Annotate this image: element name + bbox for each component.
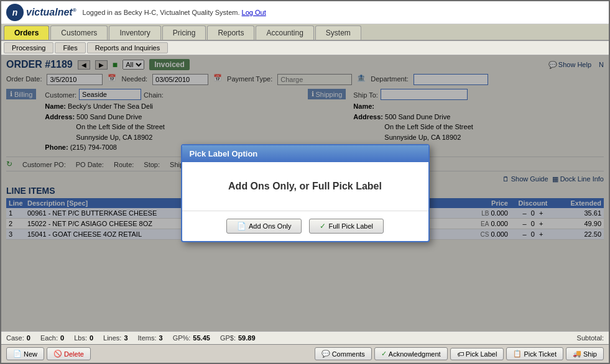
nav-tab-accounting[interactable]: Accounting bbox=[256, 25, 313, 40]
pick-label-button[interactable]: 🏷 Pick Label bbox=[450, 348, 504, 360]
nav-bar: Orders Customers Inventory Pricing Repor… bbox=[1, 24, 609, 41]
add-ons-only-button[interactable]: 📄 Add Ons Only bbox=[226, 219, 302, 234]
new-icon: 📄 bbox=[13, 350, 22, 358]
modal-body: Add Ons Only, or Full Pick Label bbox=[182, 162, 428, 211]
nav-tab-orders[interactable]: Orders bbox=[4, 25, 49, 40]
ship-button[interactable]: 🚚 Ship bbox=[566, 347, 604, 360]
acknowledgment-icon: ✓ bbox=[381, 350, 387, 358]
pick-label-modal: Pick Label Option Add Ons Only, or Full … bbox=[181, 144, 430, 242]
delete-icon: 🚫 bbox=[53, 350, 62, 358]
nav-tab-reports[interactable]: Reports bbox=[207, 25, 254, 40]
modal-footer: 📄 Add Ons Only ✓ Full Pick Label bbox=[182, 211, 428, 241]
logo-brand: victualnet® bbox=[26, 7, 76, 18]
action-bar: 📄 New 🚫 Delete 💬 Comments ✓ Acknowledgme… bbox=[1, 344, 609, 363]
comments-icon: 💬 bbox=[321, 350, 330, 358]
main-window: n victualnet® Logged in as Becky H-C, Vi… bbox=[0, 0, 610, 364]
lines-stat: Lines: 3 bbox=[103, 334, 127, 342]
subtotal-stat: Subtotal: bbox=[577, 334, 604, 342]
nav-tab-pricing[interactable]: Pricing bbox=[162, 25, 206, 40]
modal-body-text: Add Ons Only, or Full Pick Label bbox=[228, 181, 382, 191]
main-content: ORDER #1189 ◀ ▶ ■ All Invoiced 💬 Show He… bbox=[1, 55, 609, 331]
sub-tabs: Processing Files Reports and Inquiries bbox=[1, 41, 609, 55]
full-pick-label-button[interactable]: ✓ Full Pick Label bbox=[309, 219, 384, 234]
header-info: Logged in as Becky H-C, Victualnet Quali… bbox=[83, 9, 266, 16]
full-check-icon: ✓ bbox=[320, 222, 326, 230]
nav-tab-inventory[interactable]: Inventory bbox=[109, 25, 160, 40]
modal-header: Pick Label Option bbox=[182, 145, 428, 162]
each-stat: Each: 0 bbox=[40, 334, 64, 342]
items-stat: Items: 3 bbox=[138, 334, 163, 342]
modal-overlay: Pick Label Option Add Ons Only, or Full … bbox=[1, 55, 609, 331]
logo: n victualnet® bbox=[6, 4, 76, 21]
sub-tab-reports-inquiries[interactable]: Reports and Inquiries bbox=[87, 42, 169, 53]
logo-icon: n bbox=[6, 4, 24, 21]
lbs-stat: Lbs: 0 bbox=[74, 334, 93, 342]
app-header: n victualnet® Logged in as Becky H-C, Vi… bbox=[1, 1, 609, 24]
gp-dollar-stat: GP$: 59.89 bbox=[220, 334, 256, 342]
nav-tab-customers[interactable]: Customers bbox=[50, 25, 108, 40]
acknowledgment-button[interactable]: ✓ Acknowledgment bbox=[374, 347, 448, 360]
pick-ticket-icon: 📋 bbox=[513, 350, 522, 358]
pick-label-icon: 🏷 bbox=[457, 350, 464, 358]
footer-bar: Case: 0 Each: 0 Lbs: 0 Lines: 3 Items: 3… bbox=[1, 331, 609, 344]
delete-button[interactable]: 🚫 Delete bbox=[47, 347, 91, 360]
new-button[interactable]: 📄 New bbox=[6, 347, 44, 360]
nav-tab-system[interactable]: System bbox=[315, 25, 361, 40]
gp-pct-stat: GP%: 55.45 bbox=[173, 334, 210, 342]
sub-tab-processing[interactable]: Processing bbox=[4, 42, 53, 53]
sub-tab-files[interactable]: Files bbox=[55, 42, 85, 53]
case-stat: Case: 0 bbox=[6, 334, 30, 342]
pick-ticket-button[interactable]: 📋 Pick Ticket bbox=[506, 347, 563, 360]
add-ons-icon: 📄 bbox=[237, 222, 246, 230]
comments-button[interactable]: 💬 Comments bbox=[315, 347, 372, 360]
logout-link[interactable]: Log Out bbox=[242, 9, 266, 16]
ship-icon: 🚚 bbox=[573, 350, 581, 358]
